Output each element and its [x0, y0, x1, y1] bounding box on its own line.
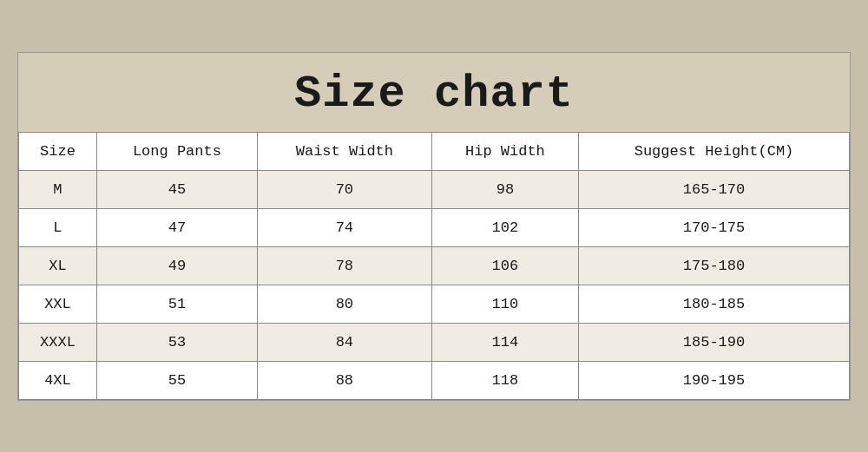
table-cell: 51 [96, 285, 257, 323]
page-title: Size chart [27, 69, 841, 120]
table-cell: 110 [431, 285, 578, 323]
table-cell: 175-180 [579, 246, 850, 285]
table-cell: L [19, 208, 97, 246]
table-row: XXL5180110180-185 [19, 285, 850, 323]
table-cell: 53 [96, 323, 257, 361]
table-cell: 170-175 [579, 208, 850, 246]
table-cell: 55 [96, 361, 257, 399]
col-header-hip-width: Hip Width [431, 132, 578, 170]
table-cell: 70 [257, 170, 431, 208]
col-header-long-pants: Long Pants [96, 132, 257, 170]
table-header-row: Size Long Pants Waist Width Hip Width Su… [19, 132, 850, 170]
table-cell: 88 [257, 361, 431, 399]
table-row: M457098165-170 [19, 170, 850, 208]
table-cell: 180-185 [579, 285, 850, 323]
table-row: 4XL5588118190-195 [19, 361, 850, 399]
table-cell: M [19, 170, 97, 208]
table-cell: 80 [257, 285, 431, 323]
table-cell: 45 [96, 170, 257, 208]
table-cell: 102 [431, 208, 578, 246]
table-row: XL4978106175-180 [19, 246, 850, 285]
table-cell: 98 [431, 170, 578, 208]
table-row: L4774102170-175 [19, 208, 850, 246]
table-cell: 118 [431, 361, 578, 399]
table-cell: 78 [257, 246, 431, 285]
table-cell: 4XL [19, 361, 97, 399]
table-cell: XXL [19, 285, 97, 323]
size-chart-container: Size chart Size Long Pants Waist Width H… [17, 52, 851, 401]
col-header-size: Size [19, 132, 97, 170]
table-cell: 114 [431, 323, 578, 361]
table-cell: 49 [96, 246, 257, 285]
table-row: XXXL5384114185-190 [19, 323, 850, 361]
table-cell: 190-195 [579, 361, 850, 399]
col-header-suggest-height: Suggest Height(CM) [579, 132, 850, 170]
table-cell: 74 [257, 208, 431, 246]
table-cell: XL [19, 246, 97, 285]
title-section: Size chart [18, 53, 850, 132]
table-cell: 84 [257, 323, 431, 361]
size-chart-table: Size Long Pants Waist Width Hip Width Su… [18, 132, 850, 400]
table-cell: 165-170 [579, 170, 850, 208]
table-cell: 47 [96, 208, 257, 246]
col-header-waist-width: Waist Width [257, 132, 431, 170]
table-cell: 106 [431, 246, 578, 285]
table-cell: 185-190 [579, 323, 850, 361]
table-cell: XXXL [19, 323, 97, 361]
